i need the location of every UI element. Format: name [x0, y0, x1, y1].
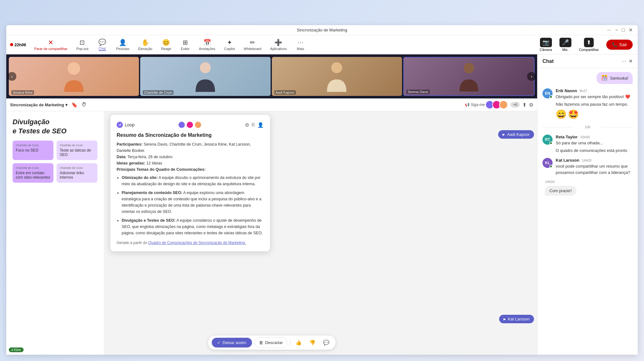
wb-card-1: Charlotte de Crum Foco no SEO — [13, 141, 53, 160]
toolbar-item-pessoas[interactable]: 👤 Pessoas — [112, 37, 134, 53]
bubble-emoji: 🎊 — [601, 75, 608, 81]
chat-msg-text-kat: você pode compartilhar um resumo que pos… — [556, 163, 633, 175]
title-bar: Sincronização de Marketing ··· − □ ✕ — [6, 25, 638, 35]
video-card-jessica: Jessica Kline — [9, 57, 139, 96]
toolbar-item-whiteboard[interactable]: ✏ Whiteboard — [239, 37, 266, 53]
chat-more-button[interactable]: ··· — [622, 58, 626, 64]
action-bar: ✓ Deixar assim 🗑 Descartar 👍 👎 💬 — [208, 336, 335, 350]
follow-icon: 📢 — [465, 103, 470, 107]
toolbar-item-chat[interactable]: 💬 Chat — [93, 36, 112, 53]
loop-share-button[interactable]: 👤 — [257, 122, 264, 128]
mais-label: Mais — [297, 47, 304, 51]
dislike-button[interactable]: 👎 — [307, 338, 318, 347]
loop-footer-text: Gerado a partir do — [117, 241, 148, 245]
camera-button[interactable]: 📷 Câmera — [540, 38, 557, 52]
toolbar-item-mais[interactable]: ⋯ Mais — [291, 37, 310, 53]
pin-icon[interactable]: 🔖 — [71, 102, 78, 108]
whiteboard-label: Whiteboard — [244, 47, 261, 51]
video-name-aadi: Aadi Kapoor — [274, 90, 296, 95]
wb-card-title-2: Teste as táticas de SEO — [60, 148, 94, 157]
participants-count: +6 — [510, 102, 520, 108]
timer-icon: ⏱ — [81, 102, 86, 108]
toolbar-item-popout[interactable]: ⊡ Pop-out — [72, 37, 93, 53]
chat-msg-text-reta-1: Só para dar uma olhada... — [556, 140, 633, 146]
chat-msg-text-erik-2: Não fazemos uma pausa faz um tempo. — [556, 101, 633, 108]
video-card-aadi: Aadi Kapoor — [272, 57, 402, 96]
online-dot-erik — [549, 95, 553, 98]
chat-msg-header-kat: Kat Larsson 14h03 — [556, 158, 633, 163]
chat-bubble-santouka: 🎊 Santouka! — [597, 72, 633, 84]
whiteboard-cards: Charlotte de Crum Foco no SEO Charlotte … — [13, 141, 97, 183]
settings-button[interactable]: ⚙ — [529, 102, 533, 108]
follow-button[interactable]: 📢 Siga-me — [465, 103, 485, 107]
loop-bullet-points: Otimização do site: A equipe discutiu o … — [117, 175, 264, 236]
toolbar-item-elevacao[interactable]: ✋ Elevação — [134, 37, 157, 53]
chat-avatar-erik: EN — [542, 88, 553, 98]
discard-button[interactable]: 🗑 Descartar — [254, 337, 287, 348]
reaction-happy: 😄 — [556, 109, 567, 119]
wb-card-2: Charlotte de Crum Teste as táticas de SE… — [57, 141, 97, 160]
comment-button[interactable]: 💬 — [321, 338, 332, 347]
loop-copy-button[interactable]: ⎘ — [252, 122, 255, 128]
elevacao-icon: ✋ — [141, 39, 149, 46]
video-nav-left[interactable]: ‹ — [8, 72, 16, 81]
participantes-label: Participantes: — [117, 142, 143, 147]
chevron-down-icon[interactable]: ▾ — [65, 103, 68, 107]
loop-av-2 — [186, 121, 194, 129]
maximize-icon[interactable]: □ — [622, 27, 625, 33]
chat-header-actions: ··· ✕ — [622, 58, 633, 64]
toolbar-item-copilot[interactable]: ✦ Copilot — [220, 37, 239, 53]
bullet-2: Planejamento de conteúdo SEO: A equipe e… — [122, 190, 264, 215]
chat-msg-kat: KL Kat Larsson 14h03 você pode compartil… — [542, 158, 633, 175]
confirm-button[interactable]: ✓ Deixar assim — [212, 338, 252, 347]
follow-label: Siga-me — [471, 103, 485, 107]
bullet-1-title: Otimização do site: — [122, 175, 158, 180]
share-button[interactable]: ⬆ Compartilhar — [579, 38, 604, 52]
wb-card-author-2: Charlotte de Crum — [60, 144, 94, 147]
reagir-label: Reagir — [161, 47, 171, 51]
like-button[interactable]: 👍 — [293, 338, 304, 347]
svg-point-2 — [331, 62, 342, 73]
video-card-charlotte: Charlotte de Crum — [140, 57, 270, 96]
close-icon[interactable]: ✕ — [629, 27, 633, 33]
video-nav-right[interactable]: › — [527, 72, 536, 81]
bubble-text: Santouka! — [610, 76, 628, 81]
sair-button[interactable]: 📞 Sair — [606, 40, 633, 50]
toolbar-item-anotacoes[interactable]: 📅 Anotações — [195, 37, 220, 53]
aplicativos-label: Aplicativos — [270, 47, 287, 51]
chat-msg-text-reta-2: O quadro de comunicações está pronto — [556, 147, 633, 154]
loop-footer-link[interactable]: Quadro de Comunicações de Sincronização … — [148, 241, 246, 245]
toolbar: 22h06 ✕ Parar de compartilhar ⊡ Pop-out … — [6, 35, 638, 54]
toolbar-item-stop[interactable]: ✕ Parar de compartilhar — [30, 37, 72, 53]
toolbar-item-exibir[interactable]: ⊞ Exibir — [176, 37, 195, 53]
camera-icon: 📷 — [540, 38, 552, 47]
online-dot-kat — [549, 165, 553, 168]
timer: 22h06 — [14, 42, 26, 47]
chat-msg-content-reta: Reta Taylor 10h00 Só para dar uma olhada… — [556, 135, 633, 153]
last-msg-time: 14h04 — [545, 180, 633, 184]
share-meeting-button[interactable]: ⬆ — [522, 102, 526, 108]
anotacoes-icon: 📅 — [203, 39, 211, 46]
chat-msg-time-reta: 10h00 — [580, 135, 590, 139]
mic-button[interactable]: 🎤 Mic. — [559, 38, 576, 52]
more-options-icon[interactable]: ··· — [607, 27, 611, 33]
toolbar-item-reagir[interactable]: 😊 Reagir — [157, 37, 176, 53]
chat-msg-content-erik: Erik Nason 9h27 Obrigado por ser sempre … — [556, 88, 633, 119]
exibir-label: Exibir — [181, 47, 190, 51]
loop-actions: ⚙ ⎘ 👤 — [245, 122, 264, 128]
loop-card: ↺ Loop ⚙ ⎘ 👤 — [110, 114, 270, 252]
minimize-icon[interactable]: − — [615, 27, 618, 33]
chat-close-button[interactable]: ✕ — [629, 58, 633, 64]
toolbar-item-aplicativos[interactable]: ➕ Aplicativos — [266, 37, 291, 53]
bullet-1: Otimização do site: A equipe discutiu o … — [122, 175, 264, 187]
aplicativos-icon: ➕ — [274, 39, 282, 46]
chat-panel: Chat ··· ✕ 🎊 Santouka! — [537, 54, 638, 355]
anotacoes-label: Anotações — [199, 47, 215, 51]
last-msg-container: 14h04 Com prazer! — [542, 180, 633, 196]
loop-card-footer: Gerado a partir do Quadro de Comunicaçõe… — [117, 241, 264, 245]
mais-icon: ⋯ — [297, 39, 304, 46]
chat-msg-header-erik: Erik Nason 9h27 — [556, 88, 633, 93]
temas-label: Principais Temas do Quadro de Comunicaçõ… — [117, 167, 206, 172]
phone-icon: 📞 — [612, 42, 617, 47]
loop-settings-button[interactable]: ⚙ — [245, 122, 249, 128]
